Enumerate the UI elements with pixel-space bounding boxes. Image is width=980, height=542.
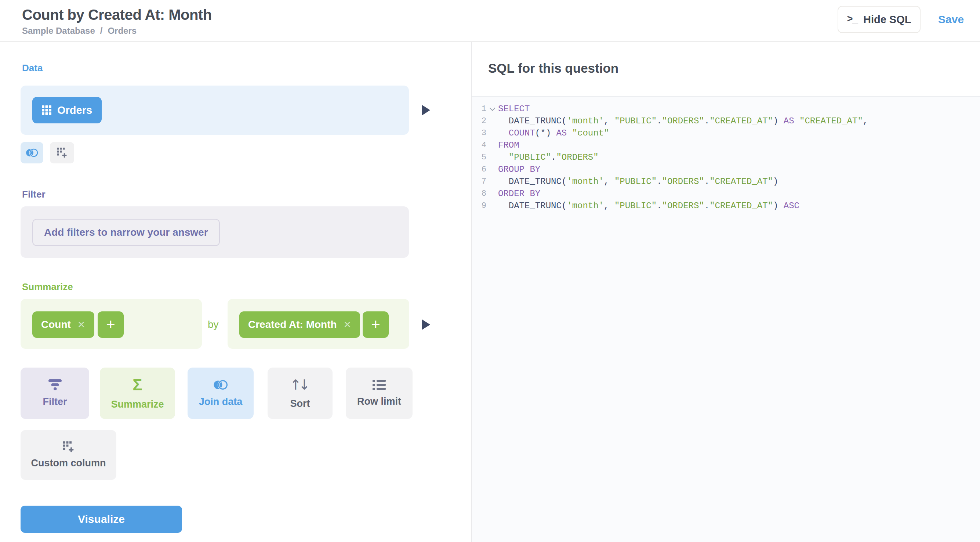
table-grid-icon	[42, 105, 51, 115]
line-number: 9	[472, 201, 486, 210]
custom-column-icon	[63, 442, 74, 453]
data-table-label: Orders	[57, 104, 92, 116]
line-number: 4	[472, 141, 486, 150]
sql-line-text: FROM	[498, 140, 519, 150]
action-join-data-label: Join data	[199, 396, 243, 408]
data-preview-arrow-icon[interactable]	[422, 105, 430, 115]
hide-sql-button[interactable]: >_ Hide SQL	[838, 6, 921, 33]
add-metric-button[interactable]: +	[98, 311, 124, 338]
action-row-limit-label: Row limit	[357, 396, 401, 407]
sigma-icon: Σ	[132, 377, 142, 393]
fold-caret-icon[interactable]	[486, 108, 498, 110]
sql-code: 1SELECT2 DATE_TRUNC('month', "PUBLIC"."O…	[472, 96, 980, 542]
save-button[interactable]: Save	[938, 13, 964, 26]
custom-column-mini-button[interactable]	[50, 142, 74, 163]
sql-panel-title: SQL for this question	[488, 61, 619, 76]
metric-pill-count[interactable]: Count ✕	[32, 311, 94, 338]
data-table-button[interactable]: Orders	[32, 97, 102, 123]
sql-line: 9 DATE_TRUNC('month', "PUBLIC"."ORDERS".…	[472, 200, 980, 212]
action-row-limit-button[interactable]: Row limit	[346, 368, 412, 419]
line-number: 7	[472, 177, 486, 186]
action-join-data-button[interactable]: Join data	[188, 368, 254, 419]
add-filters-button[interactable]: Add filters to narrow your answer	[32, 219, 220, 246]
sql-line: 1SELECT	[472, 103, 980, 115]
sql-line-text: SELECT	[498, 104, 530, 114]
sql-line-text: DATE_TRUNC('month', "PUBLIC"."ORDERS"."C…	[498, 201, 799, 211]
action-filter-button[interactable]: Filter	[21, 368, 89, 419]
summarize-section-label: Summarize	[22, 281, 73, 293]
sql-line: 5 "PUBLIC"."ORDERS"	[472, 151, 980, 163]
hide-sql-label: Hide SQL	[863, 14, 912, 26]
visualize-button[interactable]: Visualize	[21, 505, 182, 533]
join-icon	[25, 148, 38, 158]
breadcrumb-separator: /	[100, 26, 103, 36]
summarize-preview-arrow-icon[interactable]	[422, 319, 430, 330]
sql-line-text: ORDER BY	[498, 189, 540, 199]
sql-line-text: DATE_TRUNC('month', "PUBLIC"."ORDERS"."C…	[498, 177, 778, 187]
action-sort-label: Sort	[290, 398, 310, 410]
action-filter-label: Filter	[43, 396, 67, 408]
summarize-by-label: by	[208, 319, 219, 330]
line-number: 1	[472, 104, 486, 113]
line-number: 6	[472, 165, 486, 174]
remove-metric-icon[interactable]: ✕	[78, 319, 86, 330]
breakout-pill-label: Created At: Month	[248, 319, 337, 330]
line-number: 5	[472, 153, 486, 162]
breadcrumb-database[interactable]: Sample Database	[22, 26, 95, 36]
sql-line-text: "PUBLIC"."ORDERS"	[498, 152, 599, 162]
breadcrumb: Sample Database / Orders	[22, 26, 137, 36]
sql-line-text: DATE_TRUNC('month', "PUBLIC"."ORDERS"."C…	[498, 116, 868, 126]
filter-section-label: Filter	[22, 189, 46, 200]
row-limit-list-icon	[372, 380, 386, 390]
header-bar: Count by Created At: Month Sample Databa…	[0, 0, 980, 42]
sql-line-text: GROUP BY	[498, 164, 540, 174]
terminal-icon: >_	[847, 14, 858, 25]
action-summarize-label: Summarize	[111, 399, 164, 410]
sql-line: 2 DATE_TRUNC('month', "PUBLIC"."ORDERS".…	[472, 115, 980, 127]
custom-column-icon	[57, 148, 67, 158]
line-number: 8	[472, 189, 486, 198]
sql-line: 4FROM	[472, 139, 980, 151]
breakout-pill-created-at[interactable]: Created At: Month ✕	[239, 311, 360, 338]
action-summarize-button[interactable]: Σ Summarize	[100, 368, 175, 419]
custom-column-button[interactable]: Custom column	[21, 430, 116, 480]
sql-line: 3 COUNT(*) AS "count"	[472, 127, 980, 139]
sql-line: 6GROUP BY	[472, 163, 980, 175]
sql-line: 7 DATE_TRUNC('month', "PUBLIC"."ORDERS".…	[472, 175, 980, 188]
breadcrumb-table[interactable]: Orders	[108, 26, 137, 36]
line-number: 2	[472, 116, 486, 126]
sort-arrows-icon: ↑↓	[290, 378, 310, 392]
custom-column-label: Custom column	[31, 458, 106, 469]
sql-line-text: COUNT(*) AS "count"	[498, 128, 609, 138]
add-breakout-button[interactable]: +	[363, 311, 389, 338]
join-data-mini-button[interactable]	[21, 142, 43, 163]
data-section-label: Data	[22, 62, 43, 74]
metric-pill-label: Count	[41, 319, 71, 330]
remove-breakout-icon[interactable]: ✕	[344, 319, 352, 330]
query-builder-page: Count by Created At: Month Sample Databa…	[0, 0, 980, 542]
join-icon	[213, 379, 228, 391]
line-number: 3	[472, 129, 486, 138]
page-title: Count by Created At: Month	[22, 6, 212, 23]
sql-line: 8ORDER BY	[472, 188, 980, 200]
funnel-icon	[48, 379, 62, 391]
action-sort-button[interactable]: ↑↓ Sort	[267, 368, 332, 419]
